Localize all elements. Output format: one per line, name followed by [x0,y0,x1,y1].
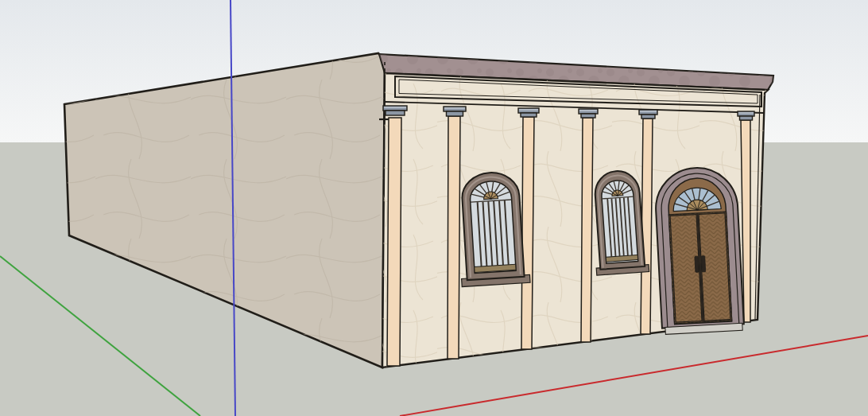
pilaster-capital-collar [740,116,753,120]
pilaster-capital-collar [386,111,405,115]
door-handle-right[interactable] [701,256,705,272]
pilaster-capital-collar [641,115,655,119]
capital-highlight [384,107,406,108]
pilaster-shaft [387,118,401,366]
capital-highlight [519,109,538,111]
entry-door[interactable] [654,166,745,335]
pilaster-capital-abacus [518,108,539,113]
capital-highlight [444,107,465,109]
pilaster-capital-collar [581,114,595,118]
pilaster-shaft [581,118,593,342]
door-handle-left[interactable] [695,256,699,272]
capital-highlight [640,111,657,112]
pilaster-shaft [448,116,460,359]
pilaster-capital-abacus [383,106,407,111]
pilaster-capital-collar [521,113,537,117]
capital-highlight [738,112,754,114]
pilaster-capital-abacus [639,110,657,115]
pilaster-capital-abacus [579,109,598,114]
viewport-canvas[interactable] [0,0,868,416]
pilaster-capital-collar [447,111,463,116]
pilaster-capital-abacus [738,111,754,116]
pilaster-capital-abacus [444,107,466,111]
pilaster-shaft [521,117,534,349]
capital-highlight [579,110,597,111]
